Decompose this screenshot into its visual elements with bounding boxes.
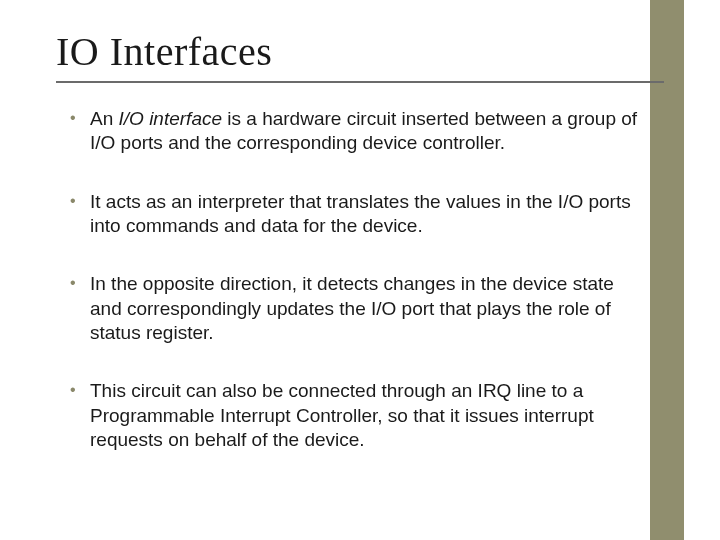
bullet-item: It acts as an interpreter that translate…: [70, 190, 646, 239]
bullet-item: An I/O interface is a hardware circuit i…: [70, 107, 646, 156]
slide-title: IO Interfaces: [56, 28, 664, 75]
bullet-text: In the opposite direction, it detects ch…: [90, 273, 614, 343]
bullet-text: This circuit can also be connected throu…: [90, 380, 594, 450]
slide-content: IO Interfaces An I/O interface is a hard…: [0, 0, 720, 540]
bullet-item: This circuit can also be connected throu…: [70, 379, 646, 452]
bullet-text: It acts as an interpreter that translate…: [90, 191, 631, 236]
bullet-list: An I/O interface is a hardware circuit i…: [56, 107, 646, 452]
bullet-item: In the opposite direction, it detects ch…: [70, 272, 646, 345]
title-underline: [56, 81, 664, 83]
bullet-text-italic: I/O interface: [119, 108, 228, 129]
bullet-text-prefix: An: [90, 108, 119, 129]
